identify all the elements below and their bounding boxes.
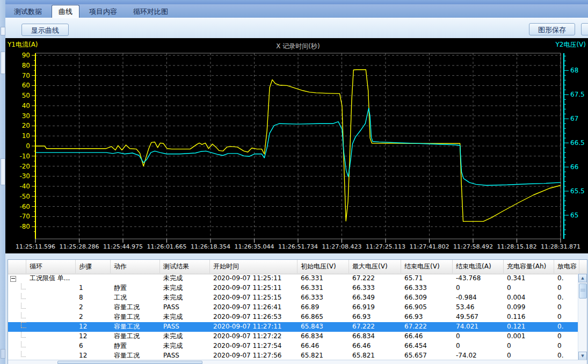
column-header-10[interactable]: 充电容量(Ah) bbox=[504, 260, 554, 273]
cell-discharge-cap: 0. bbox=[554, 322, 579, 332]
table-row[interactable]: 6静置未完成2020-09-07 11:27:5466.4666.4666.45… bbox=[8, 341, 587, 351]
tab-3[interactable]: 项目内容 bbox=[83, 6, 124, 17]
cell-v-max: 66.349 bbox=[349, 293, 401, 303]
cell-v-end: 66.309 bbox=[401, 293, 453, 303]
cell-action: 工况 bbox=[111, 293, 160, 303]
cell-i-end: 0 bbox=[453, 283, 504, 293]
svg-text:10: 10 bbox=[22, 132, 30, 140]
svg-text:11:27:08.423: 11:27:08.423 bbox=[322, 243, 362, 250]
cell-v-end: 66.46 bbox=[401, 332, 453, 341]
cell-charge-cap: 0.341 bbox=[504, 274, 554, 283]
cell-action: 容量工况 bbox=[111, 303, 160, 312]
svg-text:65.5: 65.5 bbox=[570, 187, 585, 195]
cell-i-end: 0 bbox=[453, 332, 504, 341]
tree-branch-line bbox=[21, 312, 26, 318]
column-header-1[interactable]: 循环 bbox=[26, 260, 76, 273]
column-header-3[interactable]: 动作 bbox=[111, 260, 160, 273]
tree-branch-cell bbox=[8, 293, 26, 303]
cell-cycle bbox=[26, 312, 76, 322]
tree-branch-line bbox=[21, 322, 26, 328]
cell-action: 静置 bbox=[111, 283, 160, 293]
svg-text:20: 20 bbox=[22, 122, 30, 129]
cell-start-time: 2020-09-07 11:26:41 bbox=[210, 303, 297, 312]
table-header-row: 循环步骤动作测试结果开始时间初始电压(V)最大电压(V)结束电压(V)结束电流(… bbox=[8, 260, 587, 274]
scroll-up-button[interactable]: ▲ bbox=[578, 274, 587, 282]
clipped-right-button[interactable]: 曲 bbox=[581, 23, 588, 35]
cell-step: 6 bbox=[76, 341, 111, 351]
tab-4[interactable]: 循环对比图 bbox=[127, 6, 175, 17]
cell-discharge-cap: 0 bbox=[554, 341, 579, 351]
cell-v-end: 66.333 bbox=[401, 283, 453, 293]
cell-result: 未完成 bbox=[160, 332, 210, 341]
cell-cycle: 工况限值 单... bbox=[26, 274, 76, 283]
svg-text:-60: -60 bbox=[19, 203, 30, 210]
cell-start-time: 2020-09-07 11:27:11 bbox=[210, 322, 297, 332]
scroll-up-icon: ▲ bbox=[581, 276, 584, 280]
column-header-6[interactable]: 初始电压(V) bbox=[297, 260, 349, 273]
table-row[interactable]: 12容量工况未完成2020-09-07 11:27:2266.83466.834… bbox=[8, 332, 587, 341]
cell-v-end: 66.93 bbox=[401, 312, 453, 322]
column-header-8[interactable]: 结束电压(V) bbox=[401, 260, 453, 273]
table-row[interactable]: 8工况未完成2020-09-07 11:25:1566.33366.34966.… bbox=[8, 293, 587, 303]
tree-branch-cell bbox=[8, 341, 26, 351]
svg-text:11:25:28.286: 11:25:28.286 bbox=[60, 243, 99, 250]
svg-text:-30: -30 bbox=[19, 172, 30, 180]
scroll-down-button[interactable]: ▼ bbox=[578, 352, 587, 360]
cell-cycle bbox=[26, 293, 76, 303]
horizontal-scroll-thumb[interactable] bbox=[57, 361, 202, 364]
tab-2[interactable]: 曲线 bbox=[52, 5, 79, 18]
cell-v-init: 66.331 bbox=[297, 274, 349, 283]
table-row[interactable]: 12容量工况PASS2020-09-07 11:27:1165.84367.22… bbox=[8, 322, 587, 332]
table-row[interactable]: 2容量工况未完成2020-09-07 11:26:5366.86566.9366… bbox=[8, 312, 587, 322]
cell-result: 未完成 bbox=[160, 283, 210, 293]
table-row[interactable]: 1静置未完成2020-09-07 11:25:1166.33166.33366.… bbox=[8, 283, 587, 293]
cell-v-init: 66.333 bbox=[297, 293, 349, 303]
tree-expand-cell[interactable] bbox=[8, 274, 26, 283]
svg-text:11:28:31.871: 11:28:31.871 bbox=[541, 243, 580, 250]
column-header-9[interactable]: 结束电流(A) bbox=[453, 260, 504, 273]
vertical-scroll-thumb[interactable] bbox=[579, 283, 587, 299]
cell-start-time: 2020-09-07 11:27:22 bbox=[210, 332, 297, 341]
table-row[interactable]: 工况限值 单...未完成2020-09-07 11:25:1166.33167.… bbox=[8, 274, 587, 283]
show-curve-button[interactable]: 显示曲线 bbox=[21, 24, 69, 36]
svg-text:68: 68 bbox=[570, 67, 578, 74]
svg-text:65: 65 bbox=[570, 212, 578, 219]
cell-charge-cap: 0 bbox=[504, 341, 554, 351]
column-header-2[interactable]: 步骤 bbox=[76, 260, 111, 273]
window-title-strip bbox=[5, 0, 588, 4]
svg-text:40: 40 bbox=[22, 102, 30, 110]
tab-bar: 测试数据曲线项目内容循环对比图 bbox=[5, 4, 588, 18]
save-graph-button[interactable]: 图形保存 bbox=[529, 23, 575, 35]
column-header-tree[interactable] bbox=[8, 260, 26, 273]
tab-1[interactable]: 测试数据 bbox=[8, 6, 48, 17]
cell-v-max: 66.46 bbox=[349, 341, 401, 351]
svg-text:-70: -70 bbox=[19, 213, 30, 220]
table-row[interactable]: 2容量工况PASS2020-09-07 11:26:4166.8966.9196… bbox=[8, 303, 587, 312]
svg-text:30: 30 bbox=[22, 112, 30, 120]
cell-discharge-cap: 0 bbox=[554, 303, 579, 312]
cell-discharge-cap: 0. bbox=[554, 274, 579, 283]
left-panel-fragment bbox=[1, 52, 5, 74]
svg-text:80: 80 bbox=[22, 62, 30, 69]
column-header-7[interactable]: 最大电压(V) bbox=[349, 260, 401, 273]
column-header-11[interactable]: 放电容 bbox=[554, 260, 579, 273]
svg-text:90: 90 bbox=[22, 52, 30, 59]
cell-i-end: 0 bbox=[453, 341, 504, 351]
svg-text:67: 67 bbox=[570, 115, 578, 122]
svg-text:11:27:58.492: 11:27:58.492 bbox=[453, 243, 493, 250]
cell-v-end: 66.905 bbox=[401, 303, 453, 312]
column-header-5[interactable]: 开始时间 bbox=[210, 260, 297, 273]
cell-step: 12 bbox=[76, 322, 111, 332]
cell-v-init: 66.46 bbox=[297, 341, 349, 351]
svg-text:66.5: 66.5 bbox=[570, 139, 585, 147]
svg-text:Y1电流(A): Y1电流(A) bbox=[7, 41, 38, 48]
horizontal-scrollbar[interactable] bbox=[8, 360, 587, 364]
tree-branch-line bbox=[21, 332, 26, 338]
collapse-minus-icon[interactable] bbox=[10, 276, 16, 282]
cell-charge-cap: 0 bbox=[504, 283, 554, 293]
column-header-4[interactable]: 测试结果 bbox=[160, 260, 210, 273]
cell-step: 12 bbox=[76, 332, 111, 341]
svg-text:60: 60 bbox=[22, 82, 30, 89]
vertical-scrollbar[interactable]: ▲ ▼ bbox=[578, 274, 587, 360]
tree-branch-cell bbox=[8, 283, 26, 293]
